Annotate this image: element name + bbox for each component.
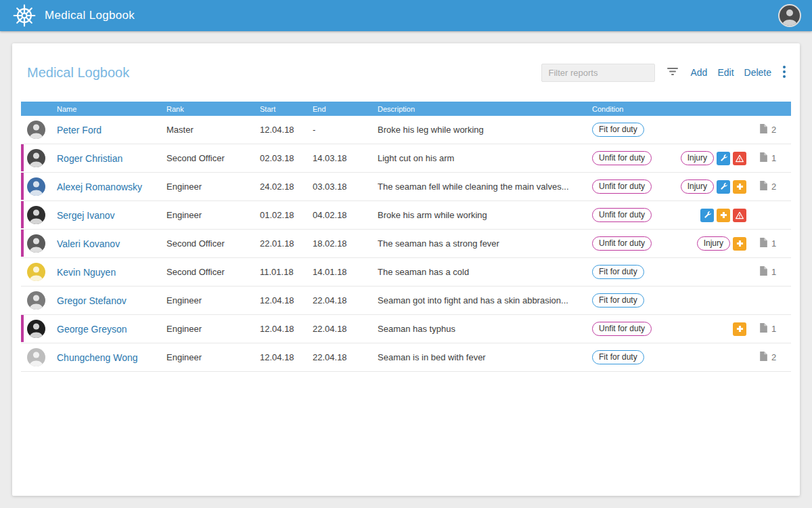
table-row[interactable]: Sergej Ivanov Engineer 01.02.18 04.02.18…	[21, 201, 791, 230]
delete-button[interactable]: Delete	[744, 67, 771, 78]
injury-badge: Injury	[697, 236, 730, 251]
description-cell: The seaman has a cold	[378, 267, 592, 277]
documents-indicator: 2	[751, 123, 791, 136]
crew-avatar	[27, 348, 45, 366]
crew-name-link[interactable]: Gregor Stefanov	[57, 295, 127, 306]
description-cell: Light cut on his arm	[378, 153, 592, 163]
description-cell: The seaman fell while cleaning the main …	[378, 182, 592, 192]
table-row[interactable]: Kevin Nguyen Second Officer 11.01.18 14.…	[21, 258, 791, 287]
end-cell: 22.04.18	[313, 352, 378, 362]
rank-cell: Engineer	[166, 295, 260, 305]
end-cell: 22.04.18	[313, 295, 378, 305]
panel-header: Medical Logbook Add Edit Delete	[12, 43, 800, 102]
start-cell: 02.03.18	[260, 153, 313, 163]
filter-button[interactable]	[665, 66, 680, 79]
table-body: Peter Ford Master 12.04.18 - Broke his l…	[21, 116, 791, 372]
documents-count: 2	[771, 352, 776, 362]
rank-cell: Engineer	[166, 210, 260, 220]
rank-cell: Master	[166, 125, 260, 135]
description-cell: Seaman is in bed with fever	[378, 352, 592, 362]
document-icon	[759, 351, 768, 364]
table-row[interactable]: Peter Ford Master 12.04.18 - Broke his l…	[21, 116, 791, 144]
status-icons	[717, 152, 746, 165]
table-row[interactable]: Alexej Romanowsky Engineer 24.02.18 03.0…	[21, 173, 791, 201]
documents-count: 1	[771, 238, 776, 249]
topbar: Medical Logbook	[0, 0, 812, 31]
crew-avatar	[27, 206, 45, 224]
crew-name-link[interactable]: Sergej Ivanov	[57, 210, 115, 221]
medical-plus-icon	[733, 180, 746, 194]
crew-name-link[interactable]: George Greyson	[57, 324, 127, 335]
crew-avatar	[27, 149, 45, 167]
status-icons	[733, 322, 746, 336]
filter-reports-input[interactable]	[541, 64, 655, 82]
user-avatar[interactable]	[778, 4, 801, 27]
crew-name-link[interactable]: Chungcheng Wong	[57, 352, 138, 363]
document-icon	[759, 180, 768, 193]
medical-plus-icon	[733, 237, 746, 251]
crew-name-link[interactable]: Alexej Romanowsky	[57, 182, 142, 192]
condition-badge: Fit for duty	[592, 265, 644, 279]
wrench-icon	[717, 180, 730, 194]
crew-name-link[interactable]: Valeri Kovanov	[57, 238, 120, 249]
warning-icon	[733, 152, 746, 165]
medical-plus-icon	[733, 322, 746, 336]
end-cell: 14.03.18	[313, 153, 378, 163]
medical-logbook-panel: Medical Logbook Add Edit Delete	[12, 43, 800, 496]
end-cell: 04.02.18	[313, 210, 378, 220]
edit-button[interactable]: Edit	[717, 67, 734, 78]
condition-badge: Unfit for duty	[592, 151, 652, 165]
crew-name-link[interactable]: Roger Christian	[57, 153, 122, 164]
ship-wheel-logo-icon	[12, 3, 37, 28]
start-cell: 12.04.18	[260, 295, 313, 305]
condition-badge: Unfit for duty	[592, 236, 652, 251]
description-cell: Seaman has typhus	[378, 324, 592, 334]
status-icons	[733, 237, 746, 251]
app-title: Medical Logbook	[45, 9, 135, 22]
document-icon	[759, 237, 768, 250]
documents-indicator: 2	[751, 180, 791, 193]
start-cell: 24.02.18	[260, 182, 313, 192]
table-row[interactable]: Valeri Kovanov Second Officer 22.01.18 1…	[21, 230, 791, 258]
documents-count: 1	[771, 153, 776, 163]
table-header-row: Name Rank Start End Description Conditio…	[21, 102, 791, 116]
condition-badge: Fit for duty	[592, 293, 644, 308]
injury-badge: Injury	[681, 179, 714, 194]
start-cell: 11.01.18	[260, 267, 313, 277]
column-header-start: Start	[260, 105, 313, 113]
condition-badge: Unfit for duty	[592, 179, 652, 194]
rank-cell: Engineer	[166, 324, 260, 334]
condition-badge: Fit for duty	[592, 123, 644, 137]
rank-cell: Second Officer	[166, 238, 260, 249]
documents-count: 2	[771, 182, 776, 192]
crew-name-link[interactable]: Peter Ford	[57, 125, 102, 135]
end-cell: 22.04.18	[313, 324, 378, 334]
start-cell: 01.02.18	[260, 210, 313, 220]
column-header-name: Name	[57, 105, 166, 113]
document-icon	[759, 123, 768, 136]
filter-list-icon	[667, 67, 679, 78]
rank-cell: Second Officer	[166, 153, 260, 163]
kebab-menu-icon	[783, 66, 786, 80]
status-icons	[717, 180, 746, 194]
documents-count: 1	[771, 324, 776, 334]
column-header-rank: Rank	[166, 105, 260, 113]
column-header-end: End	[313, 105, 378, 113]
end-cell: -	[313, 125, 378, 135]
table-row[interactable]: Chungcheng Wong Engineer 12.04.18 22.04.…	[21, 343, 791, 372]
crew-avatar	[27, 263, 45, 281]
documents-indicator: 1	[751, 152, 791, 165]
medical-plus-icon	[717, 209, 730, 222]
more-options-button[interactable]	[782, 64, 787, 81]
document-icon	[759, 266, 768, 278]
table-row[interactable]: George Greyson Engineer 12.04.18 22.04.1…	[21, 315, 791, 343]
table-row[interactable]: Roger Christian Second Officer 02.03.18 …	[21, 144, 791, 173]
start-cell: 12.04.18	[260, 125, 313, 135]
crew-name-link[interactable]: Kevin Nguyen	[57, 267, 116, 278]
description-cell: Broke his leg while working	[378, 125, 592, 135]
crew-avatar	[27, 121, 45, 139]
table-row[interactable]: Gregor Stefanov Engineer 12.04.18 22.04.…	[21, 287, 791, 315]
add-button[interactable]: Add	[690, 67, 707, 78]
condition-badge: Unfit for duty	[592, 322, 652, 336]
documents-count: 2	[771, 125, 776, 135]
